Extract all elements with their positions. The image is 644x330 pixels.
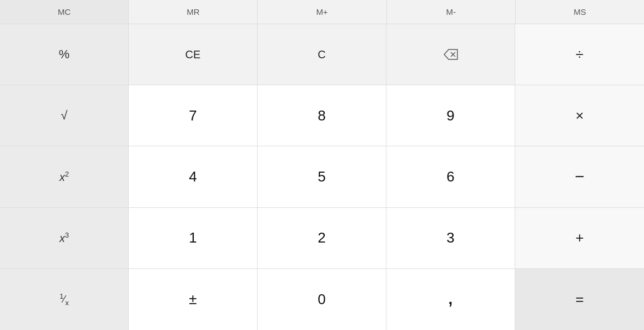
seven-button[interactable]: 7: [129, 85, 258, 146]
three-button[interactable]: 3: [386, 208, 515, 269]
backspace-button[interactable]: [386, 24, 515, 85]
four-button[interactable]: 4: [129, 146, 258, 207]
clear-entry-button[interactable]: CE: [129, 24, 258, 85]
mc-button[interactable]: MC: [0, 0, 129, 24]
equals-button[interactable]: =: [515, 269, 644, 330]
square-label: x2: [59, 170, 69, 184]
sqrt-button[interactable]: √: [0, 85, 129, 146]
add-button[interactable]: +: [515, 208, 644, 269]
backspace-icon: [443, 48, 459, 61]
mplus-button[interactable]: M+: [258, 0, 386, 24]
memory-row: MC MR M+ M- MS: [0, 0, 644, 24]
cube-label: x3: [59, 231, 69, 245]
mr-button[interactable]: MR: [129, 0, 258, 24]
subtract-button[interactable]: −: [515, 146, 644, 207]
square-button[interactable]: x2: [0, 146, 129, 207]
reciprocal-button[interactable]: 1⁄x: [0, 269, 129, 330]
six-button[interactable]: 6: [386, 146, 515, 207]
calculator: MC MR M+ M- MS % CE C ÷ √ 7 8 9 × x2 4: [0, 0, 644, 330]
decimal-button[interactable]: ,: [386, 269, 515, 330]
eight-button[interactable]: 8: [258, 85, 386, 146]
one-button[interactable]: 1: [129, 208, 258, 269]
ms-button[interactable]: MS: [516, 0, 644, 24]
percent-button[interactable]: %: [0, 24, 129, 85]
zero-button[interactable]: 0: [258, 269, 386, 330]
divide-button[interactable]: ÷: [515, 24, 644, 85]
cube-button[interactable]: x3: [0, 208, 129, 269]
buttons-grid: % CE C ÷ √ 7 8 9 × x2 4 5 6 − x3 1 2: [0, 24, 644, 330]
mminus-button[interactable]: M-: [387, 0, 516, 24]
clear-button[interactable]: C: [258, 24, 386, 85]
negate-button[interactable]: ±: [129, 269, 258, 330]
reciprocal-label: 1⁄x: [59, 292, 69, 307]
two-button[interactable]: 2: [258, 208, 386, 269]
multiply-button[interactable]: ×: [515, 85, 644, 146]
nine-button[interactable]: 9: [386, 85, 515, 146]
five-button[interactable]: 5: [258, 146, 386, 207]
